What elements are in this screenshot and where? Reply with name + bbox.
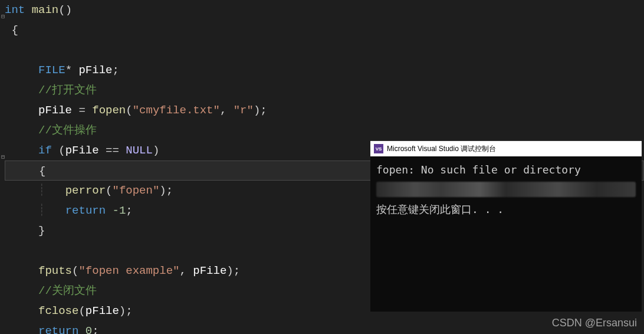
parens: () [58,4,72,17]
semicolon: ; [166,184,173,197]
code-line-3[interactable] [5,40,644,60]
paren: ) [226,264,233,277]
string-example: "fopen example" [78,264,179,277]
console-body[interactable]: fopen: No such file or directory 按任意键关闭此… [370,156,642,223]
paren: ( [106,184,112,197]
paren: ( [72,264,78,277]
string-fopen: "fopen" [113,184,160,197]
comma: , [179,264,186,277]
var-pfile: pFile [38,104,72,117]
keyword-return: return [38,325,78,334]
code-line-2[interactable]: { [5,20,644,40]
code-line-17[interactable]: return 0; [5,321,644,334]
string-filename: "cmyfile.txt" [133,104,220,117]
func-fputs: fputs [38,264,72,277]
type-file: FILE [38,64,65,77]
comment: //关闭文件 [38,284,97,297]
code-line-4[interactable]: FILE* pFile; [5,60,644,80]
op-eq: = [78,104,85,117]
code-line-1[interactable]: ⊟int main() [5,0,644,20]
semicolon: ; [112,64,119,77]
console-prompt-line: 按任意键关闭此窗口. . . [376,201,636,219]
paren: ( [126,104,132,117]
var-pfile: pFile [65,144,99,157]
paren: ) [159,184,166,197]
string-mode: "r" [234,104,254,117]
keyword-int: int [5,4,25,17]
debug-console-window[interactable]: VS Microsoft Visual Studio 调试控制台 fopen: … [370,140,642,312]
comment: //文件操作 [38,124,97,137]
comma: , [220,104,226,117]
func-fclose: fclose [38,304,78,317]
fold-icon[interactable]: ⊟ [1,148,7,153]
func-fopen: fopen [92,104,126,117]
console-output-line: fopen: No such file or directory [376,161,636,179]
op-eqeq: == [106,144,119,157]
number: -1 [113,204,126,217]
brace-open: { [11,24,18,37]
watermark: CSDN @Ersansui [552,317,637,329]
semicolon: ; [126,204,132,217]
indent-guide: ┊ [38,204,45,217]
semicolon: ; [92,325,98,334]
number: 0 [86,325,92,334]
console-title: Microsoft Visual Studio 调试控制台 [387,144,496,154]
paren: ) [153,144,159,157]
censored-content [376,182,636,197]
paren: ( [78,304,85,317]
keyword-if: if [38,144,52,157]
semicolon: ; [260,104,267,117]
comment: //打开文件 [38,84,97,97]
const-null: NULL [126,144,153,157]
var-pfile: pFile [78,64,112,77]
code-line-6[interactable]: pFile = fopen("cmyfile.txt", "r"); [5,100,644,120]
brace-open: { [39,165,45,178]
semicolon: ; [234,264,240,277]
code-line-5[interactable]: //打开文件 [5,80,644,100]
var-pfile: pFile [86,304,119,317]
paren: ( [58,144,65,157]
keyword-return: return [65,204,106,217]
op-star: * [65,64,72,77]
indent-guide: ┊ [38,184,45,197]
fold-icon[interactable]: ⊟ [1,7,7,13]
paren: ) [254,104,260,117]
var-pfile: pFile [193,264,226,277]
code-line-7[interactable]: //文件操作 [5,120,644,140]
semicolon: ; [126,304,132,317]
func-main: main [32,4,59,17]
func-perror: perror [65,184,106,197]
vs-icon: VS [374,144,383,153]
console-titlebar[interactable]: VS Microsoft Visual Studio 调试控制台 [370,141,642,156]
brace-close: } [38,224,45,237]
paren: ) [119,304,126,317]
